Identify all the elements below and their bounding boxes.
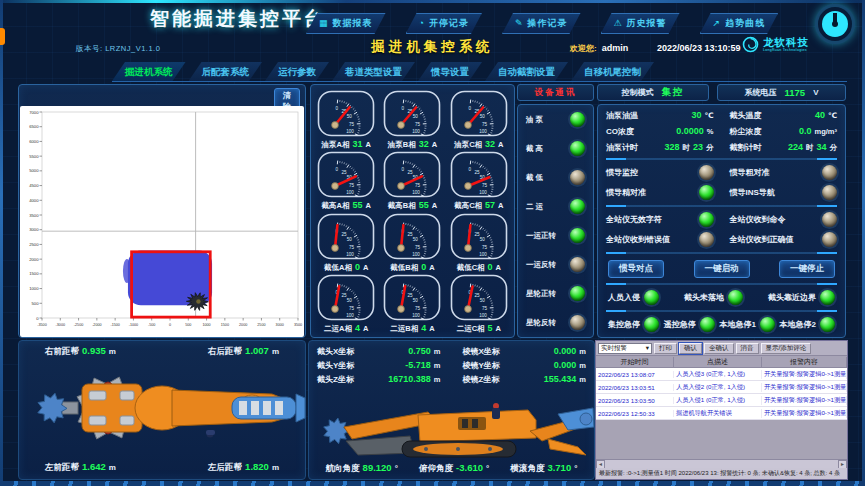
coordinate-unit: m bbox=[579, 347, 586, 356]
stat-value: 40 bbox=[815, 110, 825, 120]
welcome-area: 欢迎您: admin bbox=[570, 43, 628, 54]
status-light-on bbox=[570, 286, 585, 301]
status-group: 人员入侵 bbox=[608, 290, 659, 305]
one-key-start-button[interactable]: 一键启动 bbox=[694, 260, 750, 278]
mute-button[interactable]: 消音 bbox=[736, 343, 759, 354]
tab-4[interactable]: 巷道类型设置 bbox=[332, 62, 415, 81]
one-key-stop-button[interactable]: 一键停止 bbox=[779, 260, 835, 278]
coordinate-label: 棱镜Y坐标 bbox=[463, 360, 500, 371]
stat-values: 40℃ bbox=[815, 110, 837, 120]
nav-data-report[interactable]: ▦数据报表 bbox=[306, 13, 386, 34]
alarm-row[interactable]: 2022/06/23 13:08:07人员入侵3 (0正常, 1入侵)开关量报警… bbox=[596, 368, 847, 381]
clock-button[interactable] bbox=[815, 4, 855, 44]
brand-subtitle: LongRuan Technologies bbox=[763, 48, 809, 52]
operation-record-icon: ✎ bbox=[515, 19, 523, 28]
coordinate-label: 棱镜Z坐标 bbox=[463, 374, 500, 385]
coordinate-cell: 棱镜X坐标0.000m bbox=[463, 346, 587, 357]
svg-text:100: 100 bbox=[346, 129, 354, 134]
gauge-name: 油泵A相 bbox=[321, 140, 349, 150]
field-label: 横滚角度 bbox=[510, 463, 544, 475]
status-light-on bbox=[570, 141, 585, 156]
svg-text:0: 0 bbox=[402, 106, 405, 111]
svg-text:25: 25 bbox=[408, 231, 414, 236]
svg-text:25: 25 bbox=[342, 293, 348, 298]
svg-text:3000: 3000 bbox=[29, 227, 39, 232]
nav-trend-curve[interactable]: ↗趋势曲线 bbox=[700, 13, 779, 34]
field-value: 1.642 bbox=[82, 461, 106, 472]
stat-unit: 分 bbox=[706, 143, 714, 153]
print-button[interactable]: 打印 bbox=[654, 343, 677, 354]
alarm-cell: 人员入侵2 (0正常, 1入侵) bbox=[674, 383, 762, 392]
gauge-grid: 0255075100油泵A相31A0255075100油泵B相32A025507… bbox=[311, 85, 514, 337]
alarm-cell: 2022/06/23 13:03:51 bbox=[596, 384, 674, 391]
coordinate-unit: m bbox=[434, 361, 441, 370]
coordinate-label: 截头Y坐标 bbox=[317, 360, 354, 371]
ammeter-gauge: 0255075100 bbox=[449, 213, 509, 261]
stat-cell: 粉尘浓度0.0mg/m³ bbox=[730, 126, 838, 137]
gauge-name: 截高C相 bbox=[454, 201, 482, 211]
indicator-label: 惯导INS导航 bbox=[730, 187, 775, 198]
alarm-row[interactable]: 2022/06/23 12:50:33掘进机导航开关错误开关量报警:报警逻辑0-… bbox=[596, 407, 847, 420]
indicator-cell: 全站仪无效字符 bbox=[606, 212, 714, 227]
indicator-cell: 全站仪收到正确值 bbox=[730, 232, 838, 247]
ammeter-gauge: 0255075100 bbox=[316, 213, 376, 261]
alarm-panel: 实时报警 ▾ 打印确认全确认消音显示/添加评论 开始时间点描述报警内容 2022… bbox=[595, 340, 848, 480]
comm-item: 星轮反转 bbox=[526, 315, 585, 330]
coordinate-cell: 棱镜Y坐标0.000m bbox=[463, 360, 587, 371]
alarm-toolbar: 实时报警 ▾ 打印确认全确认消音显示/添加评论 bbox=[596, 341, 847, 355]
svg-text:0: 0 bbox=[468, 167, 471, 172]
nav-history-alarm[interactable]: ⚠历史报警 bbox=[601, 13, 680, 34]
gauge-value: 4 bbox=[355, 323, 360, 333]
platform-title: 智能掘进集控平台 bbox=[150, 6, 326, 32]
tab-2[interactable]: 后配套系统 bbox=[189, 62, 263, 81]
stat-values: 224时34分 bbox=[788, 142, 837, 153]
status-light-on bbox=[570, 228, 585, 243]
field-label: 左前距帮 bbox=[45, 462, 79, 474]
svg-text:500: 500 bbox=[32, 301, 40, 306]
gauge-unit: A bbox=[432, 201, 437, 210]
nav-align-button[interactable]: 惯导对点 bbox=[608, 260, 664, 278]
tab-3[interactable]: 运行参数 bbox=[265, 62, 329, 81]
field-label: 航向角度 bbox=[326, 463, 360, 475]
header-nav: ▦数据报表◔开停记录✎操作记录⚠历史报警↗趋势曲线 bbox=[306, 13, 778, 34]
status-light-off bbox=[699, 165, 714, 180]
tab-5[interactable]: 惯导设置 bbox=[418, 62, 482, 81]
frame-decoration-bottom bbox=[0, 481, 865, 486]
status-group: 截头未落地 bbox=[684, 290, 743, 305]
coordinate-cell: 棱镜Z坐标155.434m bbox=[463, 374, 587, 385]
indicator-cell: 惯导INS导航 bbox=[730, 185, 838, 200]
comm-item: 星轮正转 bbox=[526, 286, 585, 301]
tab-6[interactable]: 自动截割设置 bbox=[485, 62, 568, 81]
tab-7[interactable]: 自移机尾控制 bbox=[571, 62, 654, 81]
gauge-value: 0 bbox=[421, 262, 426, 272]
stat-cell: 截割计时224时34分 bbox=[730, 142, 838, 153]
frame-decoration-top bbox=[0, 0, 865, 3]
tab-1[interactable]: 掘进机系统 bbox=[112, 62, 186, 81]
gauge-value: 57 bbox=[485, 200, 495, 210]
confirm-all-button[interactable]: 全确认 bbox=[704, 343, 734, 354]
svg-text:75: 75 bbox=[415, 306, 421, 311]
status-light-on bbox=[570, 112, 585, 127]
svg-text:100: 100 bbox=[413, 252, 421, 257]
ins-indicator-grid: 惯导监控惯导粗对准惯导精对准惯导INS导航 bbox=[606, 165, 837, 200]
alarm-column-header: 报警内容 bbox=[762, 357, 847, 367]
alarm-filter-dropdown[interactable]: 实时报警 ▾ bbox=[598, 343, 652, 354]
confirm-button[interactable]: 确认 bbox=[679, 343, 702, 354]
device-comm-header: 设备通讯 bbox=[517, 84, 594, 101]
svg-text:75: 75 bbox=[415, 183, 421, 188]
alarm-row[interactable]: 2022/06/23 13:03:50人员入侵1 (0正常, 1入侵)开关量报警… bbox=[596, 394, 847, 407]
status-light-on bbox=[820, 290, 835, 305]
alarm-table-body: 2022/06/23 13:08:07人员入侵3 (0正常, 1入侵)开关量报警… bbox=[596, 368, 847, 420]
stat-unit: 时 bbox=[682, 143, 690, 153]
alarm-row[interactable]: 2022/06/23 13:03:51人员入侵2 (0正常, 1入侵)开关量报警… bbox=[596, 381, 847, 394]
stat-values: 30℃ bbox=[691, 110, 713, 120]
stat-cell: CO浓度0.0000% bbox=[606, 126, 714, 137]
control-mode-label: 控制模式 bbox=[622, 87, 654, 98]
field-value: 0.935 bbox=[82, 345, 106, 356]
svg-text:100: 100 bbox=[479, 313, 487, 318]
ammeter-gauge: 0255075100 bbox=[449, 151, 509, 199]
nav-start-stop-record[interactable]: ◔开停记录 bbox=[406, 13, 482, 34]
alarm-hscrollbar[interactable]: ◄ ► bbox=[596, 459, 847, 468]
comment-button[interactable]: 显示/添加评论 bbox=[761, 343, 812, 354]
nav-operation-record[interactable]: ✎操作记录 bbox=[502, 13, 581, 34]
